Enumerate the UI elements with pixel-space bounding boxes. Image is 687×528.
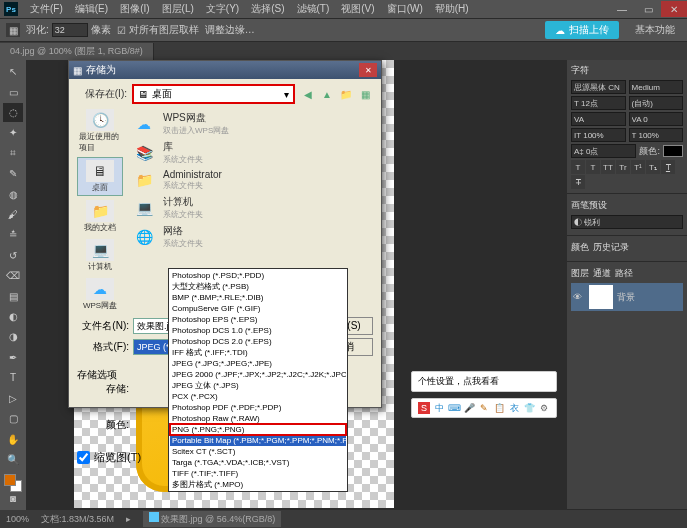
fmt-opt[interactable]: PCX (*.PCX)	[170, 391, 346, 402]
fmt-opt[interactable]: JPEG (*.JPG;*.JPEG;*.JPE)	[170, 358, 346, 369]
file-lib[interactable]: 📚库系统文件夹	[131, 138, 369, 167]
font-family[interactable]	[571, 80, 626, 94]
fmt-opt[interactable]: Photoshop Raw (*.RAW)	[170, 413, 346, 424]
fmt-opt[interactable]: 大型文档格式 (*.PSB)	[170, 281, 346, 292]
fmt-opt[interactable]: IFF 格式 (*.IFF;*.TDI)	[170, 347, 346, 358]
fmt-opt-png[interactable]: PNG (*.PNG;*.PNG)	[170, 424, 346, 435]
up-icon[interactable]: ▲	[319, 86, 335, 102]
history-brush[interactable]: ↺	[3, 246, 23, 265]
fmt-opt[interactable]: Photoshop EPS (*.EPS)	[170, 314, 346, 325]
italic-btn[interactable]: T	[586, 160, 600, 174]
fmt-opt[interactable]: CompuServe GIF (*.GIF)	[170, 303, 346, 314]
char-tab[interactable]: 字符	[571, 64, 589, 77]
super-btn[interactable]: T¹	[631, 160, 645, 174]
place-computer[interactable]: 💻计算机	[77, 237, 123, 274]
brush-tool[interactable]: 🖌	[3, 205, 23, 224]
dialog-close-icon[interactable]: ✕	[359, 63, 377, 77]
ime-skin[interactable]: 衣	[508, 402, 520, 414]
small-btn[interactable]: Tr	[616, 160, 630, 174]
leading[interactable]	[629, 96, 684, 110]
upload-button[interactable]: ☁扫描上传	[545, 21, 619, 39]
ime-clip[interactable]: 📋	[493, 402, 505, 414]
opt-adjust[interactable]: 调整边缘…	[205, 23, 255, 37]
menu-select[interactable]: 选择(S)	[245, 0, 290, 18]
dodge-tool[interactable]: ◑	[3, 327, 23, 346]
win-min-icon[interactable]: —	[609, 1, 635, 17]
view-icon[interactable]: ▦	[357, 86, 373, 102]
brush-opt[interactable]	[571, 215, 683, 229]
font-size[interactable]	[571, 96, 626, 110]
channels-tab[interactable]: 通道	[593, 267, 611, 280]
menu-filter[interactable]: 滤镜(T)	[291, 0, 336, 18]
strike-btn[interactable]: T̶	[571, 175, 585, 189]
file-admin[interactable]: 📁Administrator系统文件夹	[131, 167, 369, 193]
bold-btn[interactable]: T	[571, 160, 585, 174]
shape-tool[interactable]: ▢	[3, 409, 23, 428]
ime-tip[interactable]: 个性设置，点我看看	[411, 371, 557, 392]
place-wps[interactable]: ☁WPS网盘	[77, 276, 123, 313]
wand-tool[interactable]: ✦	[3, 123, 23, 142]
hand-tool[interactable]: ✋	[3, 429, 23, 448]
gradient-tool[interactable]: ▤	[3, 286, 23, 305]
ime-cn[interactable]: 中	[433, 402, 445, 414]
lasso-tool[interactable]: ◌	[3, 103, 23, 122]
brush-tab[interactable]: 画笔预设	[571, 199, 607, 212]
text-color-swatch[interactable]	[663, 145, 683, 157]
menu-help[interactable]: 帮助(H)	[429, 0, 475, 18]
newfolder-icon[interactable]: 📁	[338, 86, 354, 102]
ime-toolbar[interactable]: S 中 ⌨ 🎤 ✎ 📋 衣 👕 ⚙	[411, 398, 557, 418]
crop-tool[interactable]: ⌗	[3, 144, 23, 163]
back-icon[interactable]: ◀	[300, 86, 316, 102]
fmt-opt[interactable]: Scitex CT (*.SCT)	[170, 446, 346, 457]
feather-input[interactable]	[52, 23, 88, 37]
menu-edit[interactable]: 编辑(E)	[69, 0, 114, 18]
fmt-opt[interactable]: Photoshop DCS 2.0 (*.EPS)	[170, 336, 346, 347]
pen-tool[interactable]: ✒	[3, 348, 23, 367]
color-swatch[interactable]	[4, 474, 22, 488]
paths-tab[interactable]: 路径	[615, 267, 633, 280]
fmt-opt[interactable]: Photoshop (*.PSD;*.PDD)	[170, 270, 346, 281]
marquee-tool[interactable]: ▭	[3, 82, 23, 101]
heal-tool[interactable]: ◍	[3, 184, 23, 203]
doc-tab[interactable]: 04.jpg @ 100% (图层 1, RGB/8#)	[0, 43, 154, 60]
ime-skin2[interactable]: 👕	[523, 402, 535, 414]
hscale[interactable]	[629, 128, 684, 142]
savein-dropdown[interactable]: 🖥 桌面 ▾	[133, 85, 294, 103]
under-btn[interactable]: T̲	[661, 160, 675, 174]
sub-btn[interactable]: T₁	[646, 160, 660, 174]
dialog-titlebar[interactable]: ▦ 存储为 ✕	[69, 61, 381, 79]
menu-layer[interactable]: 图层(L)	[156, 0, 200, 18]
zoom-level[interactable]: 100%	[6, 514, 29, 524]
caps-btn[interactable]: TT	[601, 160, 615, 174]
ime-mic[interactable]: 🎤	[463, 402, 475, 414]
opt-sample[interactable]: 对所有图层取样	[129, 23, 199, 37]
type-tool[interactable]: T	[3, 368, 23, 387]
win-max-icon[interactable]: ▭	[635, 1, 661, 17]
kerning[interactable]	[629, 112, 684, 126]
open-doc-tab[interactable]: 效果图.jpg @ 56.4%(RGB/8)	[143, 511, 281, 527]
file-net[interactable]: 🌐网络系统文件夹	[131, 222, 369, 251]
ime-kbd[interactable]: ⌨	[448, 402, 460, 414]
layers-tab[interactable]: 图层	[571, 267, 589, 280]
sogou-icon[interactable]: S	[418, 402, 430, 414]
file-pc[interactable]: 💻计算机系统文件夹	[131, 193, 369, 222]
menu-window[interactable]: 窗口(W)	[381, 0, 429, 18]
fmt-opt[interactable]: 多图片格式 (*.MPO)	[170, 479, 346, 490]
move-tool[interactable]: ↖	[3, 62, 23, 81]
fmt-opt[interactable]: JPEG 2000 (*.JPF;*.JPX;*.JP2;*.J2C;*.J2K…	[170, 369, 346, 380]
font-style[interactable]	[629, 80, 684, 94]
place-docs[interactable]: 📁我的文档	[77, 198, 123, 235]
baseline[interactable]	[571, 144, 636, 158]
path-tool[interactable]: ▷	[3, 389, 23, 408]
fmt-opt[interactable]: BMP (*.BMP;*.RLE;*.DIB)	[170, 292, 346, 303]
tracking[interactable]	[571, 112, 626, 126]
stamp-tool[interactable]: ≛	[3, 225, 23, 244]
fmt-opt[interactable]: Photoshop DCS 1.0 (*.EPS)	[170, 325, 346, 336]
ime-write[interactable]: ✎	[478, 402, 490, 414]
fmt-opt[interactable]: JPEG 立体 (*.JPS)	[170, 380, 346, 391]
file-wps[interactable]: ☁WPS网盘双击进入WPS网盘	[131, 109, 369, 138]
eraser-tool[interactable]: ⌫	[3, 266, 23, 285]
fmt-opt[interactable]: Targa (*.TGA;*.VDA;*.ICB;*.VST)	[170, 457, 346, 468]
visibility-icon[interactable]: 👁	[573, 292, 585, 302]
fmt-opt[interactable]: Photoshop PDF (*.PDF;*.PDP)	[170, 402, 346, 413]
